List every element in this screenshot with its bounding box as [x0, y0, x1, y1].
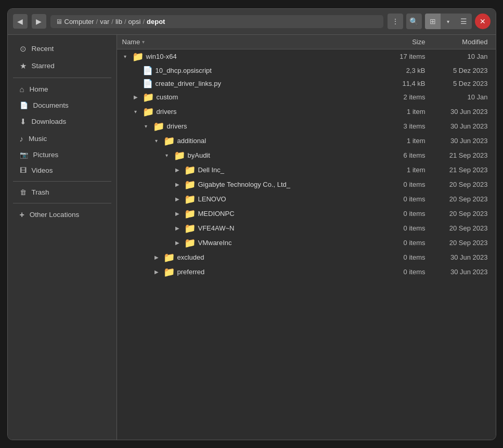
file-modified: 20 Sep 2023	[433, 195, 496, 203]
breadcrumb-computer: Computer	[65, 18, 94, 25]
file-size: 0 items	[381, 268, 433, 276]
downloads-icon: ⬇	[20, 117, 27, 126]
file-size: 0 items	[381, 195, 433, 203]
expand-gigabyte[interactable]: ▶	[173, 181, 182, 189]
sidebar-item-other-locations[interactable]: + Other Locations	[10, 207, 114, 223]
sidebar-label-other-locations: Other Locations	[30, 211, 79, 219]
expand-medionpc[interactable]: ▶	[173, 210, 182, 218]
sidebar-item-starred[interactable]: ★ Starred	[10, 58, 114, 74]
table-row[interactable]: ▶ 📁 Dell Inc_ 1 item 21 Sep 2023	[117, 163, 496, 177]
sidebar-label-trash: Trash	[32, 188, 49, 196]
folder-icon: 📁	[163, 266, 175, 278]
breadcrumb[interactable]: 🖥 Computer / var / lib / opsi / depot	[50, 15, 383, 28]
expand-additional[interactable]: ▾	[152, 137, 161, 145]
table-row[interactable]: ▶ 📁 preferred 0 items 30 Jun 2023	[117, 265, 496, 279]
table-row[interactable]: ▾ 📁 drivers 1 item 30 Jun 2023	[117, 105, 496, 119]
table-row[interactable]: ▶ 📁 MEDIONPC 0 items 20 Sep 2023	[117, 207, 496, 221]
file-size: 2 items	[381, 93, 433, 101]
table-row[interactable]: ▶ 📁 LENOVO 0 items 20 Sep 2023	[117, 192, 496, 207]
folder-icon: 📁	[184, 164, 196, 176]
folder-icon: 📁	[132, 51, 144, 62]
filename: custom	[157, 93, 178, 101]
list-view-button[interactable]: ☰	[456, 14, 472, 29]
filename: VMwareInc	[198, 239, 232, 247]
close-button[interactable]: ✕	[475, 14, 491, 29]
sep1: /	[96, 18, 98, 25]
col-name-header[interactable]: Name ▾	[117, 38, 381, 46]
file-modified: 21 Sep 2023	[433, 166, 496, 174]
file-modified: 30 Jun 2023	[433, 108, 496, 116]
table-row[interactable]: ▶ 📁 custom 2 items 10 Jan	[117, 90, 496, 105]
sep2: /	[111, 18, 113, 25]
filename: excluded	[177, 253, 204, 261]
file-size: 1 item	[381, 137, 433, 145]
table-row[interactable]: ▾ 📁 additional 1 item 30 Jun 2023	[117, 134, 496, 148]
expand-win10-x64[interactable]: ▾	[121, 53, 130, 61]
col-size-header[interactable]: Size	[381, 38, 433, 46]
file-size: 0 items	[381, 239, 433, 247]
sidebar-item-documents[interactable]: 📄 Documents	[10, 98, 114, 113]
table-row[interactable]: ▾ 📁 byAudit 6 items 21 Sep 2023	[117, 148, 496, 163]
file-size: 6 items	[381, 151, 433, 159]
expand-byaudit[interactable]: ▾	[163, 151, 171, 160]
file-modified: 10 Jan	[433, 53, 496, 60]
sidebar-item-pictures[interactable]: 📷 Pictures	[10, 147, 114, 162]
grid-view-button[interactable]: ⊞	[425, 14, 441, 29]
file-size: 17 items	[381, 53, 433, 60]
sort-arrow: ▾	[142, 39, 145, 45]
folder-icon: 📁	[163, 135, 175, 147]
table-row[interactable]: ▶ 📁 VFE4AW~N 0 items 20 Sep 2023	[117, 221, 496, 236]
table-row[interactable]: 📄 10_dhcp.opsiscript 2,3 kB 5 Dez 2023	[117, 64, 496, 77]
filename: drivers	[157, 108, 177, 116]
sidebar-item-downloads[interactable]: ⬇ Downloads	[10, 113, 114, 130]
sidebar-item-home[interactable]: ⌂ Home	[10, 81, 114, 97]
table-row[interactable]: ▾ 📁 win10-x64 17 items 10 Jan	[117, 49, 496, 64]
videos-icon: 🎞	[20, 167, 27, 174]
recent-icon: ⊙	[20, 44, 27, 54]
sidebar-item-recent[interactable]: ⊙ Recent	[10, 41, 114, 57]
titlebar: ◀ ▶ 🖥 Computer / var / lib / opsi / depo…	[8, 9, 496, 35]
file-size: 11,4 kB	[381, 80, 433, 87]
expand-lenovo[interactable]: ▶	[173, 195, 182, 203]
expand-drivers-inner[interactable]: ▾	[142, 122, 150, 131]
file-modified: 30 Jun 2023	[433, 122, 496, 130]
expand-preferred[interactable]: ▶	[152, 268, 161, 276]
folder-icon: 📁	[163, 252, 175, 263]
expand-drivers[interactable]: ▾	[132, 108, 140, 116]
music-icon: ♪	[20, 134, 24, 143]
file-modified: 30 Jun 2023	[433, 137, 496, 145]
sidebar-item-videos[interactable]: 🎞 Videos	[10, 163, 114, 178]
file-modified: 20 Sep 2023	[433, 210, 496, 217]
table-row[interactable]: 📄 create_driver_links.py 11,4 kB 5 Dez 2…	[117, 77, 496, 90]
pictures-icon: 📷	[20, 151, 28, 159]
table-row[interactable]: ▶ 📁 excluded 0 items 30 Jun 2023	[117, 250, 496, 265]
sidebar-divider-2	[13, 181, 111, 182]
col-modified-header[interactable]: Modified	[433, 38, 496, 46]
dropdown-button[interactable]: ▾	[441, 14, 456, 29]
expand-excluded[interactable]: ▶	[152, 253, 161, 262]
breadcrumb-lib: lib	[115, 18, 122, 25]
file-modified: 5 Dez 2023	[433, 80, 496, 87]
file-pane: Name ▾ Size Modified ▾ 📁 win10-x64 17 it…	[117, 35, 496, 440]
expand-custom[interactable]: ▶	[132, 93, 140, 101]
folder-icon: 📁	[143, 106, 154, 118]
sidebar-item-music[interactable]: ♪ Music	[10, 131, 114, 147]
main-content: ⊙ Recent ★ Starred ⌂ Home 📄 Documents ⬇ …	[8, 35, 496, 440]
home-icon: ⌂	[20, 85, 24, 94]
sidebar-item-trash[interactable]: 🗑 Trash	[10, 185, 114, 200]
expand-vfe4aw[interactable]: ▶	[173, 224, 182, 233]
column-header: Name ▾ Size Modified	[117, 35, 496, 49]
table-row[interactable]: ▶ 📁 Gigabyte Technology Co., Ltd_ 0 item…	[117, 177, 496, 192]
forward-button[interactable]: ▶	[32, 14, 46, 29]
table-row[interactable]: ▶ 📁 VMwareInc 0 items 20 Sep 2023	[117, 236, 496, 250]
view-toggle: ⊞ ▾ ☰	[425, 14, 472, 29]
table-row[interactable]: ▾ 📁 drivers 3 items 30 Jun 2023	[117, 119, 496, 134]
expand-dell[interactable]: ▶	[173, 166, 182, 174]
expand-vmwareinc[interactable]: ▶	[173, 239, 182, 247]
back-button[interactable]: ◀	[13, 14, 28, 29]
filename: MEDIONPC	[198, 210, 235, 217]
filename: Gigabyte Technology Co., Ltd_	[198, 181, 291, 188]
filename: 10_dhcp.opsiscript	[156, 67, 212, 74]
more-options-button[interactable]: ⋮	[388, 14, 403, 29]
search-button[interactable]: 🔍	[406, 14, 422, 29]
